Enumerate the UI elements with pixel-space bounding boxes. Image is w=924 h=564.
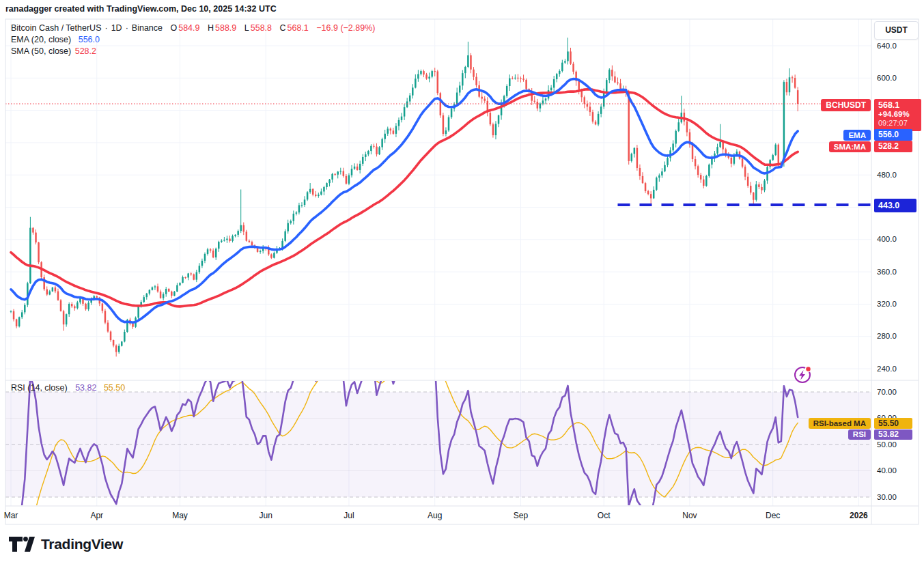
x-axis-label: Mar	[4, 511, 18, 520]
x-axis-label: Nov	[682, 511, 697, 520]
sma-legend-row[interactable]: SMA (50, close) 528.2	[11, 46, 375, 57]
rsi-value-badge: 53.82	[874, 429, 912, 440]
ema-value: 556.0	[79, 35, 100, 44]
price-axis-label: 280.0	[877, 332, 897, 340]
x-axis-label: Dec	[766, 511, 780, 520]
rsi-label: RSI (14, close)	[11, 383, 68, 393]
price-axis-label: 600.0	[877, 74, 897, 82]
sma-value: 528.2	[75, 46, 96, 56]
price-axis-label: 50.00	[877, 440, 897, 449]
low-label: L	[244, 23, 249, 33]
open-value: 584.9	[178, 23, 199, 33]
price-axis-label: 240.0	[877, 365, 897, 373]
flash-icon[interactable]	[792, 365, 813, 385]
price-axis-label: 30.00	[877, 493, 897, 501]
bar-countdown: 09:27:07	[878, 119, 917, 128]
sma-label: SMA (50, close)	[11, 46, 71, 56]
rsi-value: 53.82	[75, 383, 96, 393]
x-axis-label: May	[172, 511, 188, 520]
ema-legend-row[interactable]: EMA (20, close) 556.0	[11, 34, 375, 46]
low-value: 558.8	[251, 23, 272, 33]
last-price-badge: 568.1 +94.69% 09:27:07	[874, 99, 921, 131]
tradingview-logo-icon	[8, 535, 36, 554]
x-axis-label: Jul	[344, 511, 354, 520]
exchange-label: Binance	[132, 23, 163, 33]
price-axis-label: 360.0	[877, 268, 897, 276]
ema-tag: EMA	[843, 130, 871, 141]
chart-canvas[interactable]	[0, 0, 924, 564]
ema-price-badge: 556.0	[874, 129, 912, 141]
price-axis-label: 40.00	[877, 466, 897, 475]
price-axis-label: 70.00	[877, 388, 897, 396]
interval-label: 1D	[111, 23, 122, 33]
x-axis-label: Sep	[514, 511, 528, 520]
close-value: 568.1	[288, 23, 309, 33]
rsi-legend[interactable]: RSI (14, close) 53.82 55.50	[11, 383, 125, 393]
open-label: O	[170, 23, 177, 33]
change-value: −16.9 (−2.89%)	[316, 23, 375, 33]
x-axis-label: Jun	[260, 511, 272, 520]
x-axis-label: Apr	[90, 511, 103, 520]
tradingview-logo-text: TradingView	[41, 536, 123, 552]
symbol-title: Bitcoin Cash / TetherUS	[11, 23, 101, 33]
x-axis-label: Aug	[428, 511, 442, 520]
currency-unit-button[interactable]: USDT	[874, 21, 919, 40]
price-axis-label: 640.0	[877, 42, 897, 50]
close-label: C	[280, 23, 286, 33]
high-label: H	[208, 23, 214, 33]
symbol-legend-row[interactable]: Bitcoin Cash / TetherUS·1D·Binance O584.…	[11, 23, 375, 34]
change-percent-value: +94.69%	[878, 110, 917, 119]
high-value: 588.9	[215, 23, 236, 33]
x-axis-label: Oct	[598, 511, 611, 520]
price-axis-label: 400.0	[877, 235, 897, 243]
sma-price-badge: 528.2	[874, 141, 912, 152]
rsi-tag: RSI	[848, 429, 871, 440]
ema-label: EMA (20, close)	[11, 35, 71, 44]
symbol-price-tag: BCHUSDT	[821, 99, 871, 111]
rsi-ma-tag: RSI-based MA	[809, 418, 871, 429]
tradingview-logo[interactable]: TradingView	[8, 535, 123, 554]
attribution-text: ranadagger created with TradingView.com,…	[5, 4, 277, 14]
sma-tag: SMA:MA	[829, 141, 871, 152]
price-axis-label: 2026	[850, 511, 868, 520]
last-price-value: 568.1	[878, 100, 917, 110]
support-line-badge: 443.0	[874, 199, 916, 212]
rsi-ma-value: 55.50	[104, 383, 125, 393]
price-axis-label: 480.0	[877, 171, 897, 179]
tradingview-chart-page: { "attribution": "ranadagger created wit…	[0, 0, 924, 564]
price-axis-label: 320.0	[877, 300, 897, 308]
chart-legend: Bitcoin Cash / TetherUS·1D·Binance O584.…	[11, 23, 375, 57]
rsi-ma-value-badge: 55.50	[874, 418, 912, 429]
